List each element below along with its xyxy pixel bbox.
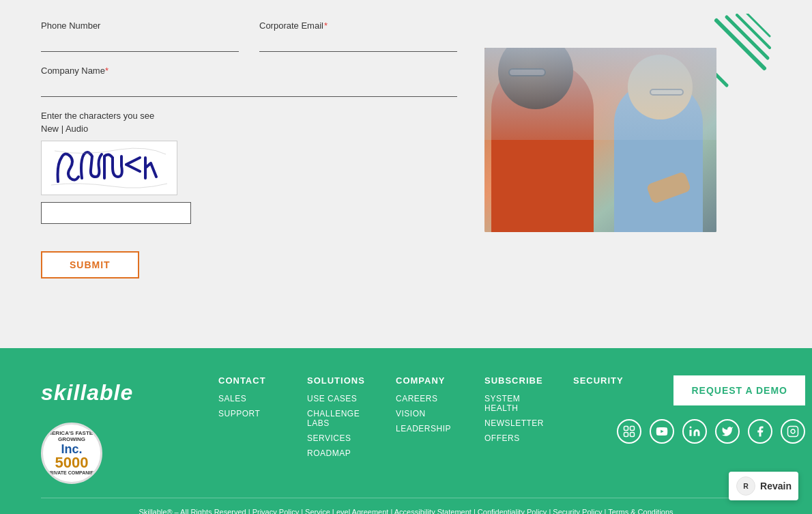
phone-label: Phone Number [41, 20, 239, 31]
copyright-text: Skillable® – All Rights Reserved | Priva… [41, 508, 771, 514]
revain-icon-svg: R [736, 476, 756, 496]
footer-link-system-health[interactable]: SYSTEM HEALTH [484, 394, 553, 413]
form-area: Phone Number Corporate Email* Company Na… [41, 14, 457, 321]
footer-bottom: Skillable® – All Rights Reserved | Priva… [41, 498, 771, 514]
footer-link-roadmap[interactable]: ROADMAP [307, 448, 375, 458]
youtube-icon[interactable] [650, 419, 674, 444]
footer-col-security: SECURITY [573, 375, 641, 458]
captcha-image [41, 141, 177, 195]
solutions-title: SOLUTIONS [307, 375, 375, 386]
svg-line-4 [747, 14, 770, 36]
cafe-bg [484, 48, 716, 140]
twitter-icon[interactable] [715, 419, 740, 444]
footer: skillable America's Fastest Growing Inc.… [0, 348, 812, 514]
inc5000-badge: America's Fastest Growing Inc. 5000 Priv… [41, 423, 102, 484]
security-title: SECURITY [573, 375, 641, 386]
revain-badge: R Revain [729, 472, 798, 500]
svg-rect-10 [630, 433, 635, 437]
footer-top: skillable America's Fastest Growing Inc.… [41, 375, 771, 484]
phone-group: Phone Number [41, 20, 239, 52]
inc5000-inner: America's Fastest Growing Inc. 5000 Priv… [44, 431, 100, 476]
footer-link-use-cases[interactable]: USE CASES [307, 394, 375, 403]
captcha-new-link[interactable]: New [41, 124, 59, 134]
hero-image [484, 48, 716, 232]
captcha-svg [44, 144, 174, 192]
linkedin-icon[interactable] [682, 419, 707, 444]
footer-link-careers[interactable]: CAREERS [396, 394, 464, 403]
company-group: Company Name* [41, 66, 457, 97]
footer-right: REQUEST A DEMO [669, 375, 805, 444]
footer-link-offers[interactable]: OFFERS [484, 433, 553, 443]
captcha-label: Enter the characters you see [41, 111, 457, 121]
svg-text:skillable: skillable [41, 380, 133, 405]
footer-link-leadership[interactable]: LEADERSHIP [396, 424, 464, 433]
footer-logo-area: skillable America's Fastest Growing Inc.… [41, 375, 191, 484]
footer-col-contact: CONTACT SALES SUPPORT [218, 375, 287, 458]
svg-text:R: R [743, 482, 749, 490]
request-demo-button[interactable]: REQUEST A DEMO [673, 375, 805, 405]
right-panel [484, 14, 771, 321]
captcha-audio-link[interactable]: Audio [66, 124, 88, 134]
main-section: Phone Number Corporate Email* Company Na… [0, 0, 812, 348]
phone-email-row: Phone Number Corporate Email* [41, 20, 457, 52]
email-group: Corporate Email* [259, 20, 457, 52]
captcha-input[interactable] [41, 202, 191, 224]
skillable-logo: skillable [41, 375, 177, 412]
footer-col-company: COMPANY CAREERS VISION LEADERSHIP [396, 375, 464, 458]
hero-image-inner [484, 48, 716, 232]
svg-point-13 [690, 427, 692, 429]
footer-link-services[interactable]: SERVICES [307, 433, 375, 443]
svg-rect-7 [624, 427, 628, 431]
footer-link-newsletter[interactable]: NEWSLETTER [484, 418, 553, 428]
footer-link-sales[interactable]: SALES [218, 394, 287, 403]
company-title: COMPANY [396, 375, 464, 386]
social-icons [617, 419, 805, 444]
skillable-logo-svg: skillable [41, 375, 177, 406]
company-input[interactable] [41, 80, 457, 97]
instagram-icon[interactable] [781, 419, 805, 444]
footer-col-solutions: SOLUTIONS USE CASES CHALLENGE LABS SERVI… [307, 375, 375, 458]
phone-input[interactable] [41, 35, 239, 52]
footer-link-support[interactable]: SUPPORT [218, 409, 287, 418]
submit-button[interactable]: SUBMIT [41, 251, 139, 279]
svg-rect-8 [630, 427, 635, 431]
email-input[interactable] [259, 35, 457, 52]
captcha-section: Enter the characters you see New | Audio [41, 111, 457, 224]
revain-text: Revain [760, 481, 792, 491]
svg-rect-12 [690, 430, 692, 436]
subscribe-title: SUBSCRIBE [484, 375, 553, 386]
facebook-icon[interactable] [748, 419, 772, 444]
captcha-links: New | Audio [41, 124, 457, 134]
footer-link-challenge-labs[interactable]: CHALLENGE LABS [307, 409, 375, 428]
svg-rect-9 [624, 433, 628, 437]
footer-nav: CONTACT SALES SUPPORT SOLUTIONS USE CASE… [218, 375, 641, 458]
company-label: Company Name* [41, 66, 457, 76]
svg-rect-14 [788, 427, 798, 437]
slack-icon[interactable] [617, 419, 641, 444]
svg-line-1 [716, 20, 764, 68]
footer-link-vision[interactable]: VISION [396, 409, 464, 418]
email-label: Corporate Email* [259, 20, 457, 31]
contact-title: CONTACT [218, 375, 287, 386]
footer-col-subscribe: SUBSCRIBE SYSTEM HEALTH NEWSLETTER OFFER… [484, 375, 553, 458]
